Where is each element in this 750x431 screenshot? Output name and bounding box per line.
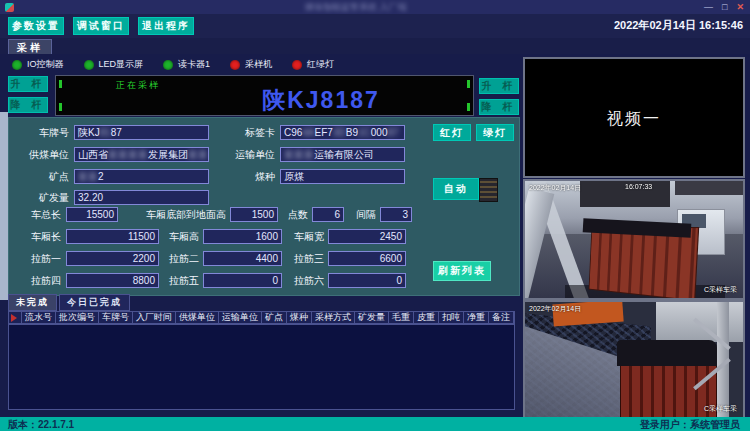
total-length-field[interactable]: 15500 (66, 207, 118, 222)
result-tab[interactable]: 今日已完成 (59, 294, 130, 311)
result-tab[interactable]: 未完成 (8, 294, 57, 311)
column-header[interactable]: 净重 (464, 312, 489, 323)
column-header[interactable]: 运输单位 (219, 312, 262, 323)
plate-field[interactable]: 陕KJ8187 (74, 125, 209, 140)
device-status-label: 采样机 (245, 58, 272, 71)
column-header[interactable]: 矿点 (262, 312, 287, 323)
column-header[interactable]: 煤种 (287, 312, 312, 323)
raise-rod-button-right[interactable]: 升 杆 (479, 78, 519, 94)
camera-feed-bottom[interactable]: 2022年02月14日 C采样车采 (523, 300, 745, 419)
tie6-field[interactable]: 0 (328, 273, 406, 288)
close-button[interactable]: ✕ (736, 1, 744, 13)
toolbar-button[interactable]: 退出程序 (138, 17, 194, 35)
mine-field[interactable]: 某某2 (74, 169, 209, 184)
column-header[interactable]: 毛重 (389, 312, 414, 323)
camera2-name-overlay: C采样车采 (704, 285, 737, 295)
coal-type-field[interactable]: 原煤 (280, 169, 405, 184)
row-marker-icon (11, 314, 17, 322)
device-status-item: IO控制器 (12, 58, 64, 71)
auto-mode-toggle[interactable] (479, 178, 498, 202)
lower-rod-button-left[interactable]: 降 杆 (8, 97, 48, 113)
tie3-label: 拉筋三 (290, 252, 324, 266)
points-field[interactable]: 6 (312, 207, 344, 222)
title-bar: 煤场智能监管系统 入厂端 — □ ✕ (0, 0, 750, 15)
toolbar-button[interactable]: 参数设置 (8, 17, 64, 35)
tie2-field[interactable]: 4400 (203, 251, 282, 266)
status-led-icon (84, 60, 94, 70)
video-panel-1[interactable]: 视频一 (523, 57, 745, 178)
box-height-field[interactable]: 1600 (203, 229, 282, 244)
tag-card-field[interactable]: C964AEF73DB91C00087 (280, 125, 405, 140)
device-status-row: IO控制器 LED显示屏 读卡器1 采样机 红绿灯 (12, 58, 334, 71)
column-header[interactable]: 入厂时间 (133, 312, 176, 323)
device-status-item: 读卡器1 (163, 58, 210, 71)
led-display-panel: 正在采样 陕KJ8187 (55, 75, 474, 116)
toolbar-buttons: 参数设置调试窗口退出程序 (8, 17, 194, 35)
green-light-button[interactable]: 绿灯 (476, 124, 514, 141)
camera2-date-overlay: 2022年02月14日 (529, 183, 581, 193)
version-info: 版本：22.1.7.1 (8, 418, 74, 431)
total-length-label: 车总长 (11, 208, 61, 222)
device-status-item: LED显示屏 (84, 58, 144, 71)
tab-strip: 采样 (0, 38, 750, 55)
auto-mode-button[interactable]: 自动 (433, 178, 479, 200)
dispatch-field[interactable]: 32.20 (74, 190, 209, 205)
status-led-icon (230, 60, 240, 70)
transport-label: 运输单位 (235, 148, 275, 162)
red-light-button[interactable]: 红灯 (433, 124, 471, 141)
app-window: 煤场智能监管系统 入厂端 — □ ✕ 参数设置调试窗口退出程序 2022年02月… (0, 0, 750, 431)
supplier-label: 供煤单位 (11, 148, 69, 162)
row-marker-cell (9, 312, 22, 323)
tab-sampling[interactable]: 采样 (8, 39, 52, 55)
column-header[interactable]: 车牌号 (99, 312, 133, 323)
refresh-list-button[interactable]: 刷新列表 (433, 261, 491, 281)
login-user-info: 登录用户：系统管理员 (640, 418, 740, 431)
dispatch-label: 矿发量 (11, 191, 69, 205)
column-header[interactable]: 备注 (489, 312, 514, 323)
result-table-body[interactable] (8, 324, 515, 410)
column-header[interactable]: 扣吨 (439, 312, 464, 323)
camera-feed-middle[interactable]: 2022年02月14日 16:07:33 C采样车采 (523, 179, 745, 300)
column-header[interactable]: 供煤单位 (176, 312, 219, 323)
column-header[interactable]: 采样方式 (312, 312, 355, 323)
camera3-date-overlay: 2022年02月14日 (529, 304, 581, 314)
tie4-field[interactable]: 8800 (66, 273, 159, 288)
datetime-display: 2022年02月14日 16:15:46 (614, 18, 743, 33)
tie1-field[interactable]: 2200 (66, 251, 159, 266)
box-width-field[interactable]: 2450 (328, 229, 406, 244)
lower-rod-button-right[interactable]: 降 杆 (479, 99, 519, 115)
column-header[interactable]: 矿发量 (355, 312, 389, 323)
left-edge-strip (0, 112, 8, 300)
result-table-header: 流水号批次编号车牌号入厂时间供煤单位运输单位矿点煤种采样方式矿发量毛重皮重扣吨净… (8, 311, 515, 324)
interval-field[interactable]: 3 (380, 207, 412, 222)
device-status-label: LED显示屏 (99, 58, 144, 71)
status-led-icon (163, 60, 173, 70)
transport-field[interactable]: 某某某运输有限公司 (280, 147, 405, 162)
toolbar-button[interactable]: 调试窗口 (73, 17, 129, 35)
tie5-field[interactable]: 0 (203, 273, 282, 288)
box-height-label: 车厢高 (165, 230, 199, 244)
led-plate-number: 陕KJ8187 (206, 85, 436, 116)
column-header[interactable]: 流水号 (22, 312, 56, 323)
maximize-button[interactable]: □ (722, 1, 727, 13)
coal-type-label: 煤种 (235, 170, 275, 184)
minimize-button[interactable]: — (704, 1, 713, 13)
raise-rod-button-left[interactable]: 升 杆 (8, 76, 48, 92)
result-tabs: 未完成 今日已完成 (8, 294, 130, 311)
floor-height-field[interactable]: 1500 (230, 207, 278, 222)
camera3-name-overlay: C采样车采 (704, 404, 737, 414)
box-length-field[interactable]: 11500 (66, 229, 159, 244)
main-area: IO控制器 LED显示屏 读卡器1 采样机 红绿灯 升 杆 降 杆 (0, 54, 750, 417)
tie3-field[interactable]: 6600 (328, 251, 406, 266)
points-label: 点数 (284, 208, 308, 222)
box-width-label: 车厢宽 (290, 230, 324, 244)
supplier-field[interactable]: 山西省某某某某发展集团某某煤矿 (74, 147, 209, 162)
header-columns: 流水号批次编号车牌号入厂时间供煤单位运输单位矿点煤种采样方式矿发量毛重皮重扣吨净… (22, 312, 514, 323)
column-header[interactable]: 批次编号 (56, 312, 99, 323)
status-led-icon (12, 60, 22, 70)
tie1-label: 拉筋一 (11, 252, 61, 266)
status-bar: 版本：22.1.7.1 登录用户：系统管理员 (0, 417, 750, 431)
camera2-time-overlay: 16:07:33 (625, 183, 652, 190)
box-length-label: 车厢长 (11, 230, 61, 244)
column-header[interactable]: 皮重 (414, 312, 439, 323)
